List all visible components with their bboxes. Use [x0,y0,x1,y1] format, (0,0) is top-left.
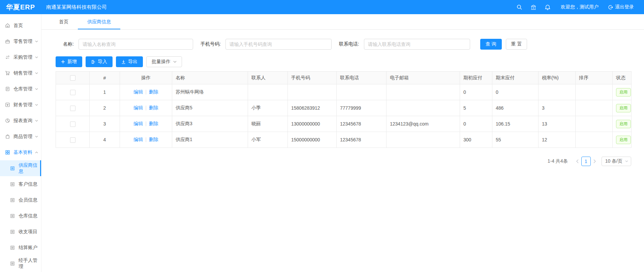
col-tax-rate: 税率(%) [539,72,576,84]
row-checkbox[interactable] [70,137,75,143]
cell-contact [248,84,288,100]
cell-name: 供应商5 [172,100,248,116]
sidebar-item-label: 仓库管理 [13,86,32,92]
notification-bell-icon[interactable] [541,4,555,10]
col-email: 电子邮箱 [387,72,460,84]
row-index: 2 [90,100,120,116]
sidebar-item-settlement-account[interactable]: 结算账户 [0,240,41,255]
edit-link[interactable]: 编辑 [133,121,143,126]
list-icon [10,197,16,203]
edit-link[interactable]: 编辑 [133,89,143,94]
reset-button[interactable]: 重 置 [506,39,527,50]
status-enabled-tag[interactable]: 启用 [616,120,631,128]
cell-ending-payable: 55 [492,132,539,148]
sidebar-item-home[interactable]: 首页 [0,18,41,33]
list-icon [10,229,16,235]
page-size-select[interactable]: 10 条/页 [602,157,631,166]
cell-contact: 小军 [248,132,288,148]
cell-email [387,132,460,148]
logout-icon [608,5,613,10]
row-checkbox[interactable] [70,121,75,127]
sidebar-item-label: 首页 [13,23,23,29]
list-icon [10,166,16,171]
sidebar-item-label: 采购管理 [13,54,32,60]
chevron-down-icon [625,160,628,162]
status-enabled-tag[interactable]: 启用 [616,88,631,97]
sidebar-item-label: 零售管理 [13,38,32,45]
cell-beginning-payable: 5 [460,100,492,116]
cell-ending-payable: 0 [492,84,539,100]
logout-button[interactable]: 退出登录 [608,4,634,10]
cell-email [387,84,460,100]
sidebar-item-finance[interactable]: 财务管理 [0,97,41,113]
retail-icon [5,39,10,44]
import-button[interactable]: 导入 [86,56,113,67]
sidebar-item-customer-info[interactable]: 客户信息 [0,176,41,192]
page-number-button[interactable]: 1 [581,157,591,166]
sidebar-item-warehouse-info[interactable]: 仓库信息 [0,208,41,224]
chevron-down-icon [35,136,38,138]
name-search-input[interactable] [79,39,193,50]
delete-link[interactable]: 删除 [149,137,158,142]
sidebar-item-handler-management[interactable]: 经手人管理 [0,255,41,271]
tab-home[interactable]: 首页 [50,14,78,29]
row-index: 4 [90,132,120,148]
sidebar-item-supplier-info[interactable]: 供应商信息 [0,160,41,176]
sidebar-item-purchase[interactable]: 采购管理 [0,49,41,65]
sidebar-item-member-info[interactable]: 会员信息 [0,192,41,208]
app-header: 华夏ERP 南通某某网络科技有限公司 欢迎您，测试用户 退出登录 [0,0,644,14]
telephone-label: 联系电话: [339,41,359,47]
sidebar-item-label: 仓库信息 [19,213,37,219]
sidebar-item-sales[interactable]: 销售管理 [0,65,41,81]
cell-beginning-payable: 0 [460,116,492,132]
delete-link[interactable]: 删除 [149,121,158,126]
sidebar-item-goods[interactable]: 商品管理 [0,129,41,144]
row-checkbox[interactable] [70,106,75,111]
sidebar-item-income-expense[interactable]: 收支项目 [0,224,41,240]
edit-link[interactable]: 编辑 [133,137,143,142]
plus-icon [61,60,65,64]
cell-beginning-payable: 300 [460,132,492,148]
chevron-down-icon [35,88,38,90]
table-row: 2 编辑|删除 供应商5 小季 15806283912 77779999 5 4… [56,100,632,116]
phone-search-input[interactable] [225,39,332,50]
cell-ending-payable: 486 [492,100,539,116]
cell-tax-rate [539,84,576,100]
prev-page-icon[interactable] [576,159,579,163]
cell-sort [576,84,613,100]
supplier-table: # 操作 名称 联系人 手机号码 联系电话 电子邮箱 期初应付 期末应付 税率(… [56,71,632,148]
add-button[interactable]: 新增 [56,56,82,67]
sidebar-item-label: 报表查询 [13,118,32,124]
telephone-search-input[interactable] [364,39,470,50]
platform-icon[interactable] [526,4,541,10]
home-icon [5,23,10,28]
edit-link[interactable]: 编辑 [133,105,143,110]
cell-telephone [337,84,387,100]
sidebar-item-retail[interactable]: 零售管理 [0,33,41,49]
sidebar-item-reports[interactable]: 报表查询 [0,113,41,129]
export-button[interactable]: 导出 [116,56,143,67]
delete-link[interactable]: 删除 [149,89,158,94]
sidebar-item-label: 基本资料 [13,149,32,156]
cell-contact: 小季 [248,100,288,116]
delete-link[interactable]: 删除 [149,105,158,110]
status-enabled-tag[interactable]: 启用 [616,104,631,112]
chevron-down-icon [35,72,38,74]
batch-operation-dropdown[interactable]: 批量操作 [146,56,182,67]
list-icon [10,213,16,219]
cell-sort [576,132,613,148]
tab-supplier-info[interactable]: 供应商信息 [78,14,120,29]
cell-email: 1234123@qq.com [387,116,460,132]
col-name: 名称 [172,72,248,84]
sidebar-item-warehouse[interactable]: 仓库管理 [0,81,41,97]
table-row: 1 编辑|删除 苏州蜗牛网络 0 0 启用 [56,84,632,100]
search-icon[interactable] [512,4,526,10]
select-all-checkbox[interactable] [70,75,75,81]
status-enabled-tag[interactable]: 启用 [616,136,631,144]
sidebar-item-basic-data[interactable]: 基本资料 [0,144,41,160]
query-button[interactable]: 查 询 [480,39,502,50]
report-pie-icon [5,118,10,124]
next-page-icon[interactable] [593,159,596,163]
row-checkbox[interactable] [70,90,75,95]
company-name: 南通某某网络科技有限公司 [46,4,107,10]
